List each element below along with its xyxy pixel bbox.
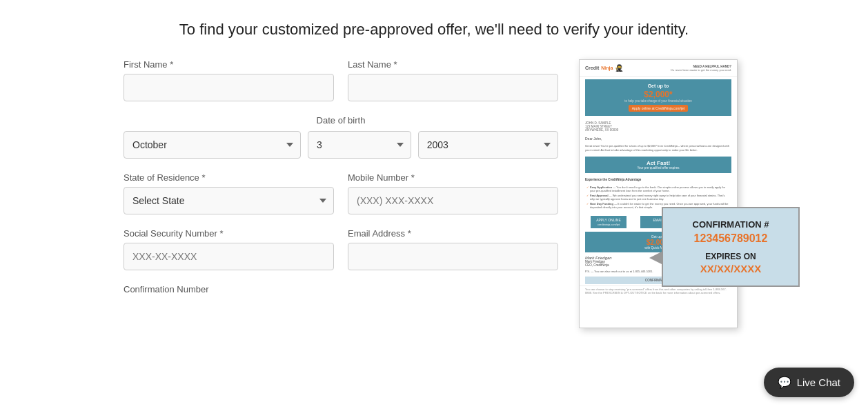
dob-row: October JanuaryFebruaryMarch AprilMayJun…	[124, 131, 558, 159]
dob-day-select[interactable]: 3 for(let i=1;i<=31;i++) document.write(…	[308, 131, 411, 159]
letter-act-fast: Act Fast! Your pre-qualified offer expir…	[585, 157, 731, 173]
ssn-email-row: Social Security Number * Email Address *	[124, 228, 558, 270]
letter-offer-card: Get up to $2,000* to help you take charg…	[585, 79, 731, 116]
live-chat-button[interactable]: 💬 Live Chat	[764, 368, 854, 397]
letter-preview-section: Credit Ninja 🥷 NEED A HELPFUL HAND? It's…	[579, 59, 744, 328]
letter-logo-credit: Credit	[585, 66, 599, 70]
ssn-group: Social Security Number *	[124, 228, 334, 270]
state-select[interactable]: Select State AlabamaAlaskaArizona Califo…	[124, 187, 334, 214]
letter-act-fast-title: Act Fast!	[589, 160, 728, 166]
letter-header: Credit Ninja 🥷 NEED A HELPFUL HAND? It's…	[580, 60, 737, 77]
form-section: First Name * Last Name * Date of birth O…	[124, 59, 558, 328]
page-wrapper: To find your customized pre-approved off…	[0, 0, 868, 342]
mobile-input[interactable]	[348, 187, 558, 214]
last-name-label: Last Name *	[348, 59, 558, 70]
conf-popup-title: CONFIRMATION #	[674, 219, 787, 230]
conf-popup-number: 123456789012	[674, 232, 787, 245]
form-and-preview: First Name * Last Name * Date of birth O…	[124, 59, 744, 328]
mobile-label: Mobile Number *	[348, 172, 558, 183]
bullet-approval: ✓ Fast Approval — We understand you need…	[586, 194, 730, 201]
page-title: To find your customized pre-approved off…	[179, 21, 689, 39]
letter-experience-title: Experience the CreditNinja Advantage	[580, 176, 737, 183]
letter-apply-btn: Apply online at CreditNinja.com/jet	[629, 105, 688, 112]
first-name-input[interactable]	[124, 74, 334, 101]
letter-footer: You can choose to stop receiving "pre-sc…	[580, 285, 737, 296]
ssn-label: Social Security Number *	[124, 228, 334, 239]
email-group: Email Address *	[348, 228, 558, 270]
bullet-approval-text: Fast Approval — We understand you need m…	[590, 194, 730, 201]
bullet-easy-icon: ✓	[586, 186, 589, 189]
chat-icon: 💬	[778, 376, 791, 389]
letter-address-city: ANYWHERE, XX 00000	[585, 128, 731, 132]
letter-act-fast-sub: Your pre-qualified offer expires	[589, 166, 728, 170]
bullet-easy: ✓ Easy Application — You don't need to g…	[586, 186, 730, 192]
letter-preview: Credit Ninja 🥷 NEED A HELPFUL HAND? It's…	[579, 59, 738, 328]
dob-label: Date of birth	[124, 115, 558, 126]
first-name-label: First Name *	[124, 59, 334, 70]
state-label: State of Residence *	[124, 172, 334, 183]
bullet-approval-icon: ✓	[586, 194, 589, 197]
confirmation-label: Confirmation Number	[124, 284, 558, 294]
confirmation-row: Confirmation Number	[124, 284, 558, 299]
letter-address: JOHN D. SAMPLE 123 MAIN STREET ANYWHERE,…	[580, 119, 737, 134]
letter-body-text: Great news! You're pre-qualified for a l…	[580, 143, 737, 154]
letter-offer-title: Get up to	[589, 83, 727, 88]
first-name-group: First Name *	[124, 59, 334, 101]
name-row: First Name * Last Name *	[124, 59, 558, 101]
letter-dear: Dear John,	[580, 134, 737, 143]
last-name-group: Last Name *	[348, 59, 558, 101]
confirmation-popup: CONFIRMATION # 123456789012 EXPIRES ON X…	[662, 207, 800, 287]
bullet-funding-icon: ✓	[586, 202, 589, 206]
letter-apply-online: APPLY ONLINEcreditninja.com/jet	[591, 216, 627, 228]
state-mobile-row: State of Residence * Select State Alabam…	[124, 172, 558, 214]
email-label: Email Address *	[348, 228, 558, 239]
letter-offer-amount: $2,000*	[589, 90, 727, 99]
last-name-input[interactable]	[348, 74, 558, 101]
live-chat-label: Live Chat	[797, 377, 840, 388]
dob-year-select[interactable]: 2003 for(let y=2005;y>=1920;y--) documen…	[418, 131, 558, 159]
letter-tagline: It's never been easier to get the money …	[671, 68, 731, 72]
confirmation-group: Confirmation Number	[124, 284, 558, 299]
dob-month-select[interactable]: October JanuaryFebruaryMarch AprilMayJun…	[124, 131, 301, 159]
letter-logo-ninja: Ninja	[601, 66, 613, 70]
letter-ninja-icon: 🥷	[615, 64, 623, 72]
letter-offer-sub: to help you take charge of your financia…	[589, 99, 727, 103]
ssn-input[interactable]	[124, 243, 334, 270]
bullet-easy-text: Easy Application — You don't need to go …	[590, 186, 730, 192]
state-group: State of Residence * Select State Alabam…	[124, 172, 334, 214]
conf-popup-expires-label: EXPIRES ON	[674, 252, 787, 261]
email-input[interactable]	[348, 243, 558, 270]
conf-popup-expires-value: XX/XX/XXXX	[674, 263, 787, 274]
mobile-group: Mobile Number *	[348, 172, 558, 214]
dob-section: Date of birth October JanuaryFebruaryMar…	[124, 115, 558, 159]
